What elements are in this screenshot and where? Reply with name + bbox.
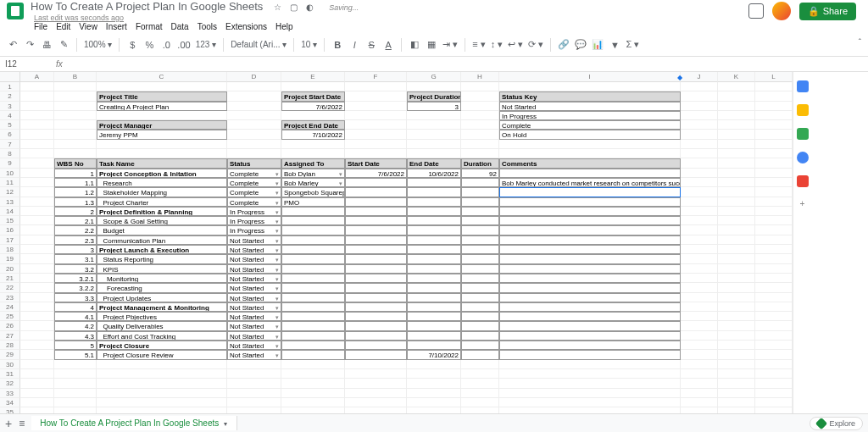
cell[interactable] — [407, 274, 461, 283]
cell[interactable] — [718, 187, 755, 197]
cell[interactable]: Project Charter — [97, 197, 227, 207]
cell[interactable] — [281, 225, 345, 235]
cell[interactable] — [345, 216, 407, 225]
cell[interactable] — [461, 302, 499, 312]
cell[interactable] — [681, 120, 718, 130]
cell[interactable] — [499, 398, 681, 407]
cell[interactable] — [718, 225, 755, 235]
cell[interactable] — [499, 197, 681, 207]
cell[interactable] — [755, 102, 793, 111]
cell[interactable] — [718, 321, 755, 330]
cell[interactable] — [281, 245, 345, 254]
cell[interactable] — [755, 187, 793, 197]
cell[interactable] — [461, 331, 499, 341]
column-header[interactable]: I — [499, 72, 681, 82]
cell[interactable] — [499, 274, 681, 283]
row-header[interactable]: 27 — [0, 331, 20, 341]
cell[interactable] — [499, 245, 681, 254]
cell[interactable] — [345, 178, 407, 187]
cell[interactable] — [54, 140, 97, 149]
cell[interactable] — [499, 331, 681, 341]
cell[interactable] — [20, 398, 54, 407]
cell[interactable] — [97, 379, 227, 388]
cell[interactable] — [755, 379, 793, 388]
cell[interactable] — [755, 140, 793, 149]
cell[interactable] — [499, 389, 681, 398]
cell[interactable]: 3 — [407, 102, 461, 111]
cell[interactable]: End Date — [407, 158, 461, 168]
maps-icon[interactable] — [797, 175, 809, 187]
cell[interactable] — [718, 149, 755, 158]
cell[interactable]: 7/10/2022 — [281, 130, 345, 139]
cell[interactable] — [755, 312, 793, 321]
menu-help[interactable]: Help — [275, 22, 293, 31]
cell[interactable]: 92 — [461, 169, 499, 178]
cell[interactable]: 1.1 — [54, 178, 97, 187]
cell[interactable] — [461, 254, 499, 263]
cell[interactable] — [345, 140, 407, 149]
all-sheets-icon[interactable]: ≡ — [19, 418, 25, 429]
cell[interactable]: 7/6/2022 — [281, 102, 345, 111]
cell[interactable] — [681, 321, 718, 330]
cell[interactable]: In Progress — [499, 111, 681, 120]
cell[interactable]: 4.3 — [54, 331, 97, 341]
cell[interactable]: 10/6/2022 — [407, 169, 461, 178]
cell[interactable] — [407, 111, 461, 120]
row-header[interactable]: 10 — [0, 169, 20, 178]
cell[interactable] — [54, 111, 97, 120]
row-header[interactable]: 31 — [0, 369, 20, 379]
row-header[interactable]: 4 — [0, 111, 20, 120]
cell[interactable] — [461, 82, 499, 91]
cell[interactable] — [755, 149, 793, 158]
cell[interactable] — [499, 235, 681, 245]
wrap-icon[interactable]: ↩ ▾ — [508, 38, 523, 52]
cell[interactable] — [461, 149, 499, 158]
cell[interactable] — [461, 283, 499, 292]
cell[interactable] — [281, 274, 345, 283]
cell[interactable] — [681, 293, 718, 302]
cell[interactable] — [681, 102, 718, 111]
row-header[interactable]: 6 — [0, 130, 20, 139]
cell[interactable] — [499, 254, 681, 263]
cell[interactable]: Not Started — [227, 235, 281, 245]
cell[interactable] — [281, 283, 345, 292]
cell[interactable]: 1 — [54, 169, 97, 178]
cell[interactable] — [345, 283, 407, 292]
cell[interactable] — [499, 169, 681, 178]
cell[interactable]: Not Started — [499, 102, 681, 111]
column-header[interactable]: B — [54, 72, 97, 82]
cell[interactable] — [281, 302, 345, 312]
chart-icon[interactable]: 📊 — [592, 38, 604, 52]
cell[interactable] — [407, 312, 461, 321]
cell[interactable] — [227, 102, 281, 111]
cell[interactable] — [461, 245, 499, 254]
cell[interactable] — [718, 341, 755, 350]
tab-menu-icon[interactable]: ▾ — [222, 420, 227, 428]
decrease-decimal[interactable]: .0 — [160, 38, 172, 52]
cell[interactable] — [97, 369, 227, 379]
column-header[interactable]: H — [461, 72, 499, 82]
row-header[interactable]: 23 — [0, 293, 20, 302]
cell[interactable] — [681, 331, 718, 341]
cell[interactable] — [718, 331, 755, 341]
cell[interactable]: Not Started — [227, 331, 281, 341]
cell[interactable] — [681, 197, 718, 207]
cell[interactable] — [499, 207, 681, 216]
cell[interactable]: 7/10/2022 — [407, 350, 461, 359]
cell[interactable] — [345, 254, 407, 263]
cell[interactable]: Status — [227, 158, 281, 168]
cell[interactable] — [20, 264, 54, 274]
cell[interactable] — [461, 178, 499, 187]
row-header[interactable]: 11 — [0, 178, 20, 187]
row-header[interactable]: 5 — [0, 120, 20, 130]
menu-extensions[interactable]: Extensions — [225, 22, 267, 31]
cell[interactable] — [20, 331, 54, 341]
cell[interactable] — [54, 130, 97, 139]
cell[interactable] — [227, 398, 281, 407]
cell[interactable] — [54, 369, 97, 379]
row-header[interactable]: 33 — [0, 389, 20, 398]
add-sheet-icon[interactable]: + — [5, 417, 12, 430]
cell[interactable] — [345, 91, 407, 101]
cell[interactable] — [20, 111, 54, 120]
text-color-icon[interactable]: A — [382, 38, 394, 52]
